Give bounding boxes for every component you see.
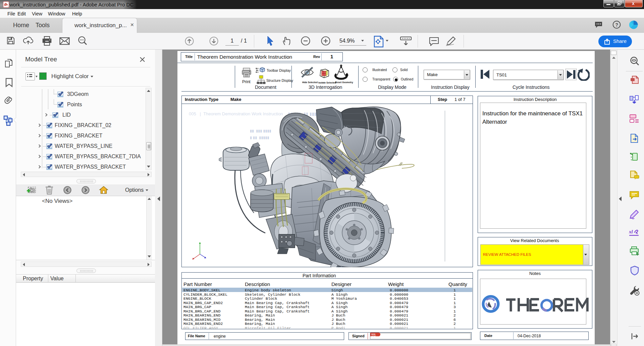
svg-text:xl: xl — [629, 229, 633, 234]
svg-text:?: ? — [615, 22, 619, 27]
